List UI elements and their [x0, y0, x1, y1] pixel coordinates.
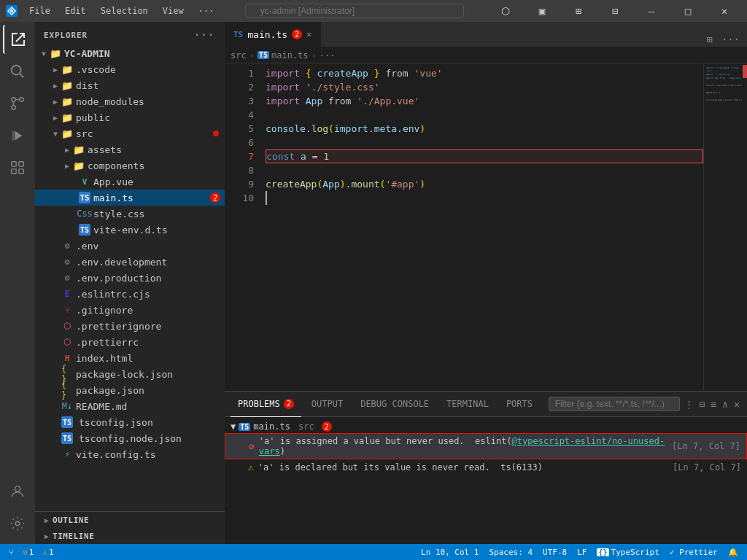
statusbar-ln-col[interactable]: Ln 10, Col 1: [418, 548, 481, 557]
breadcrumb-main-ts[interactable]: TS main.ts: [258, 50, 309, 61]
problem-link-1[interactable]: @typescript-eslint/no-unused-vars: [259, 436, 665, 456]
tree-prettierrc[interactable]: ⬡ .prettierrc: [35, 334, 225, 350]
filter-icon[interactable]: ⋮: [683, 397, 695, 411]
tree-label-components: components: [88, 160, 225, 171]
activity-extensions[interactable]: [3, 153, 32, 182]
timeline-section[interactable]: ▶ TIMELINE: [35, 528, 225, 544]
statusbar-errors[interactable]: ⊘ 1: [20, 548, 36, 557]
svg-rect-13: [19, 169, 23, 174]
search-input[interactable]: [245, 4, 464, 18]
activity-explorer[interactable]: [3, 25, 32, 54]
panel-tab-terminal[interactable]: TERMINAL: [439, 392, 496, 417]
menu-view[interactable]: View: [157, 4, 190, 18]
tab-close-btn[interactable]: ✕: [306, 29, 311, 39]
menu-file[interactable]: File: [23, 4, 56, 18]
tree-env-dev[interactable]: ⚙ .env.development: [35, 254, 225, 270]
activity-source-control[interactable]: [3, 89, 32, 118]
split-editor-btn[interactable]: ⊞: [703, 32, 715, 47]
code-line-1: import { createApp } from 'vue': [266, 66, 703, 80]
problem-group-main[interactable]: ▼ TS main.ts src 2: [225, 420, 747, 433]
tree-tsconfig[interactable]: TS tsconfig.json: [35, 414, 225, 430]
breadcrumb-more[interactable]: ···: [320, 50, 336, 61]
maximize-btn[interactable]: □: [671, 0, 705, 22]
panel-tabs: PROBLEMS 2 OUTPUT DEBUG CONSOLE TERMINAL…: [225, 392, 747, 417]
tree-eslintrc[interactable]: E .eslintrc.cjs: [35, 286, 225, 302]
statusbar-formatter[interactable]: ✓ Prettier: [667, 548, 721, 557]
code-content[interactable]: import { createApp } from 'vue' import: [260, 63, 703, 391]
meta-var: meta: [374, 122, 397, 136]
panel-tab-debug[interactable]: DEBUG CONSOLE: [353, 392, 436, 417]
panel-max-btn[interactable]: ✕: [732, 397, 741, 411]
tree-src[interactable]: ▼ 📁 src: [35, 125, 225, 141]
panel-tab-ports[interactable]: PORTS: [499, 392, 540, 417]
statusbar-feedback[interactable]: 🔔: [725, 548, 741, 557]
tree-style-css[interactable]: Css style.css: [35, 206, 225, 222]
tree-components[interactable]: ▶ 📁 components: [35, 158, 225, 174]
problem-item-1[interactable]: ⊘ 'a' is assigned a value but never used…: [225, 433, 747, 459]
tree-arrow-public: ▶: [50, 114, 61, 122]
more-actions-btn[interactable]: ···: [719, 32, 743, 47]
tree-vite-env[interactable]: TS vite-env.d.ts: [35, 222, 225, 238]
tree-main-ts[interactable]: TS main.ts 2: [35, 190, 225, 206]
tree-assets[interactable]: ▶ 📁 assets: [35, 141, 225, 158]
code-line-7: const a = 1: [266, 149, 703, 163]
outline-section[interactable]: ▶ OUTLINE: [35, 512, 225, 528]
statusbar-encoding[interactable]: UTF-8: [540, 548, 570, 557]
activity-accounts[interactable]: [3, 477, 32, 506]
sidebar-more-btn[interactable]: ···: [193, 28, 216, 42]
menu-edit[interactable]: Edit: [59, 4, 92, 18]
paren-5: (: [380, 177, 386, 191]
outline-arrow: ▶: [41, 516, 53, 524]
dot-1: .: [306, 122, 311, 136]
activity-run[interactable]: [3, 121, 32, 150]
window-layout-btn4[interactable]: ⊟: [598, 0, 632, 22]
tab-main-ts[interactable]: TS main.ts 2 ✕: [225, 22, 321, 47]
tree-prettierignore[interactable]: ⬡ .prettierignore: [35, 318, 225, 334]
warn-count-icon: ⚠: [42, 548, 47, 557]
tree-app-vue[interactable]: V App.vue: [35, 174, 225, 190]
statusbar-remote[interactable]: ⑂: [6, 548, 17, 557]
breadcrumb-src[interactable]: src: [231, 50, 247, 61]
tree-node-modules[interactable]: ▶ 📁 node_modules: [35, 93, 225, 109]
env-prod-icon: ⚙: [61, 272, 73, 284]
minimize-btn[interactable]: —: [635, 0, 668, 22]
statusbar-warnings[interactable]: ⚠ 1: [39, 548, 56, 557]
lang-name: TypeScript: [611, 548, 659, 557]
close-btn[interactable]: ✕: [708, 0, 741, 22]
window-layout-btn2[interactable]: ▣: [525, 0, 559, 22]
menu-selection[interactable]: Selection: [95, 4, 154, 18]
window-layout-btn3[interactable]: ⊞: [562, 0, 595, 22]
code-line-9: createApp ( App ) . mount ( '#app' ): [266, 177, 703, 191]
window-layout-btn[interactable]: ⬡: [489, 0, 522, 22]
json-lock-icon: { }: [61, 368, 73, 380]
statusbar-line-ending[interactable]: LF: [574, 548, 589, 557]
filter-input[interactable]: [549, 397, 680, 411]
tree-root-yc-admin[interactable]: ▼ 📁 YC-ADMIN: [35, 45, 225, 61]
problem-item-2[interactable]: ⚠ 'a' is declared but its value is never…: [225, 459, 747, 475]
activity-search[interactable]: [3, 57, 32, 86]
statusbar-language[interactable]: {} TypeScript: [594, 548, 662, 557]
code-line-2: import './style.css': [266, 80, 703, 94]
svg-point-4: [20, 98, 24, 102]
tree-env[interactable]: ⚙ .env: [35, 238, 225, 254]
tree-package-json[interactable]: { } package.json: [35, 382, 225, 398]
collapse-btn[interactable]: ⊟: [698, 397, 707, 411]
tree-vscode[interactable]: ▶ 📁 .vscode: [35, 61, 225, 77]
svg-point-15: [15, 521, 20, 526]
panel-close-btn[interactable]: ∧: [721, 397, 729, 411]
panel-menu-btn[interactable]: ≡: [710, 397, 719, 411]
line-num-5: 5: [225, 122, 254, 136]
panel-tab-problems[interactable]: PROBLEMS 2: [231, 392, 301, 417]
statusbar-spaces[interactable]: Spaces: 4: [487, 548, 536, 557]
var-createApp: createApp: [317, 66, 368, 80]
tree-readme[interactable]: M↓ README.md: [35, 398, 225, 414]
tree-env-prod[interactable]: ⚙ .env.production: [35, 270, 225, 286]
tree-vite-config[interactable]: ⚡ vite.config.ts: [35, 446, 225, 462]
tree-tsconfig-node[interactable]: TS tsconfig.node.json: [35, 430, 225, 446]
tree-gitignore[interactable]: ⑂ .gitignore: [35, 302, 225, 318]
menu-more[interactable]: ···: [193, 4, 220, 18]
activity-settings[interactable]: [3, 509, 32, 538]
tree-dist[interactable]: ▶ 📁 dist: [35, 77, 225, 93]
panel-tab-output[interactable]: OUTPUT: [304, 392, 350, 417]
tree-public[interactable]: ▶ 📁 public: [35, 109, 225, 125]
